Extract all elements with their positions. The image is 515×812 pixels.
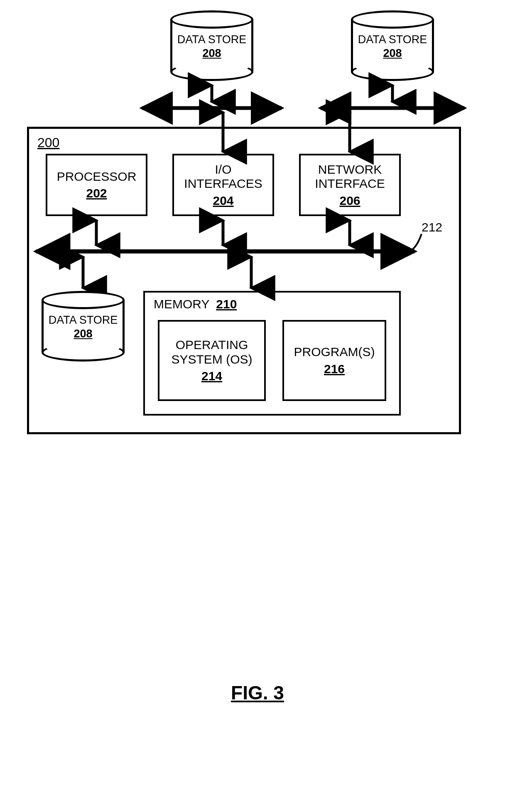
arrow-proc-bus (92, 216, 101, 249)
data-store-ref: 208 (351, 47, 434, 60)
arrow-cyl-tr-to-bus (388, 81, 397, 106)
processor-ref: 202 (86, 186, 107, 200)
arrow-net-bus (346, 216, 354, 249)
network-interface-label: NETWORK INTERFACE (315, 162, 385, 191)
os-ref: 214 (201, 369, 222, 383)
arrow-extbus-to-net (346, 108, 354, 156)
data-store-cyl-top-right: DATA STORE 208 (351, 10, 434, 81)
network-interface-ref: 206 (339, 194, 360, 208)
data-store-cyl-top-left: DATA STORE 208 (170, 10, 253, 81)
processor-box: PROCESSOR 202 (46, 154, 147, 216)
diagram-canvas: 200 DATA STORE 208 DATA STORE 208 PROCES… (0, 0, 515, 812)
figure-label: FIG. 3 (231, 682, 284, 704)
os-label: OPERATING SYSTEM (OS) (171, 338, 252, 367)
programs-ref: 216 (324, 362, 345, 376)
programs-box: PROGRAM(S) 216 (282, 320, 386, 401)
memory-title-text: MEMORY (154, 297, 209, 311)
arrow-bus-ds (79, 253, 87, 292)
memory-title: MEMORY 210 (154, 297, 237, 311)
data-store-label: DATA STORE (49, 314, 118, 326)
arrow-io-bus (219, 216, 227, 249)
io-interfaces-box: I/O INTERFACES 204 (172, 154, 274, 216)
bus-212-leader (405, 231, 430, 253)
data-store-cyl-internal: DATA STORE 208 (42, 291, 125, 362)
data-store-ref: 208 (170, 47, 253, 60)
data-store-ref: 208 (42, 327, 125, 340)
arrow-bus-memory (247, 253, 255, 292)
arrow-cyl-tl-to-bus (208, 81, 216, 106)
arrow-extbus-to-io (219, 108, 227, 156)
network-interface-box: NETWORK INTERFACE 206 (299, 154, 401, 216)
programs-label: PROGRAM(S) (294, 345, 375, 359)
memory-ref: 210 (216, 297, 237, 311)
system-ref-label: 200 (37, 135, 59, 150)
os-box: OPERATING SYSTEM (OS) 214 (158, 320, 266, 401)
io-interfaces-ref: 204 (213, 194, 233, 208)
processor-label: PROCESSOR (57, 170, 137, 184)
data-store-label: DATA STORE (177, 33, 247, 46)
io-interfaces-label: I/O INTERFACES (184, 162, 262, 191)
data-store-label: DATA STORE (358, 33, 427, 46)
